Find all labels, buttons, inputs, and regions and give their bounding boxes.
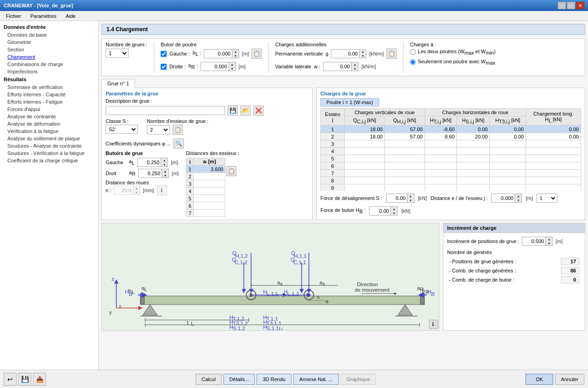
dist-row-a[interactable] [194,188,225,195]
sidebar-item-soudures-fatigue[interactable]: Soudures - Vérification à la fatigue [0,150,98,157]
force-desalign-down[interactable]: ▼ [408,198,414,202]
charge-qh[interactable] [385,170,425,177]
annuler-button[interactable]: Annuler [555,374,584,385]
butoir-d-input[interactable] [139,170,162,177]
charge-qc[interactable]: 18.00 [345,126,385,133]
charge-qc[interactable] [345,155,385,162]
perm-vert-info-btn[interactable]: 📋 [386,49,397,59]
details-button[interactable]: Détails... [224,374,255,385]
minimize-button[interactable]: ─ [558,2,566,9]
charge-hl[interactable] [526,148,581,155]
var-lat-down[interactable]: ▼ [352,67,358,71]
force-desalign-up[interactable]: ▲ [408,194,414,198]
graphique-button[interactable]: Graphique [341,374,376,385]
charge-hs[interactable] [457,155,490,162]
pos-grue-spinbox[interactable]: ▲ ▼ [522,237,553,246]
butoir-g-input[interactable] [138,159,161,166]
nb-essieux-select[interactable]: 2 [147,125,170,134]
dist-roues-info-btn[interactable]: ℹ [157,185,167,195]
charge-hs[interactable]: 0.00 [457,126,490,133]
sidebar-item-efforts-cap[interactable]: Efforts internes - Capacité [0,91,98,98]
charge-hs[interactable] [457,140,490,148]
dist-roues-up[interactable]: ▲ [133,186,140,190]
butoir-droite-down[interactable]: ▼ [229,67,235,71]
maximize-button[interactable]: □ [567,2,575,9]
desc-delete-btn[interactable]: ❌ [253,105,263,116]
ok-button[interactable]: OK [526,374,553,385]
charge-hl[interactable] [526,184,581,191]
butoir-d-up[interactable]: ▲ [162,169,168,173]
butoir-droite-spinbox[interactable]: ▲ ▼ [201,62,236,71]
force-butoir-up[interactable]: ▲ [391,207,397,211]
charge-ht3[interactable] [490,170,526,177]
sidebar-item-imperfections[interactable]: Imperfections [0,68,98,75]
dist-table-btn[interactable]: 📋 [226,166,236,176]
charge-hl[interactable]: 0.00 [526,126,581,133]
pos-grue-input[interactable] [522,238,545,244]
dist-row-a[interactable] [194,210,225,217]
sidebar-item-soudures-contrainte[interactable]: Soudures - Analyse de contrainte [0,142,98,150]
charge-qc[interactable] [345,177,385,184]
charge-ht[interactable] [425,162,457,170]
charge-ht[interactable] [425,155,457,162]
toolbar-btn-back[interactable]: ↩ [4,373,17,386]
charge-qh[interactable] [385,177,425,184]
charge-qh[interactable]: 57.00 [385,126,425,133]
butoir-droite-up[interactable]: ▲ [229,62,235,67]
dist-essieux-scroll[interactable]: i aᵢ [m] 1 2 3 4 5 6 7 [186,158,225,217]
force-butoir-input[interactable] [370,208,390,214]
radio2[interactable] [410,59,416,65]
desc-input[interactable] [106,106,225,115]
charge-qc[interactable] [345,148,385,155]
butoir-gauche-down[interactable]: ▼ [232,54,239,58]
sidebar-item-voillement[interactable]: Analyse du voillement de plaque [0,135,98,142]
force-desalign-input[interactable] [386,195,407,201]
var-lat-input[interactable] [324,63,351,70]
perm-vert-spinbox[interactable]: ▲ ▼ [331,49,366,58]
calcul-button[interactable]: Calcul [196,374,222,385]
dist-row-a[interactable] [194,166,225,173]
charge-ht[interactable] [425,148,457,155]
charge-hl[interactable] [526,140,581,148]
menu-parametres[interactable]: Paramètres [26,12,61,20]
poutre-tab[interactable]: Poutre i = 1 (W-max) [320,98,379,106]
desc-save-btn[interactable]: 💾 [228,105,238,116]
charge-hl[interactable] [526,162,581,170]
grues-select[interactable]: 1 [106,49,129,58]
sidebar-item-forces[interactable]: Forces d'appui [0,105,98,113]
sidebar-item-charge-critique[interactable]: Coefficient de la charge critique [0,157,98,164]
close-button[interactable]: ✕ [576,2,584,9]
force-desalign-spinbox[interactable]: ▲ ▼ [386,194,414,203]
pos-grue-down[interactable]: ▼ [546,241,552,245]
charge-qh[interactable] [385,155,425,162]
pos-grue-up[interactable]: ▲ [546,237,552,241]
dist-row-a[interactable] [194,180,225,188]
toolbar-btn-save[interactable]: 💾 [18,373,31,386]
charge-hl[interactable] [526,155,581,162]
butoir-gauche-input[interactable] [204,50,232,57]
charge-qh[interactable] [385,162,425,170]
menu-aide[interactable]: Aide [62,12,80,20]
dist-row-a[interactable] [194,202,225,210]
dist-e-spinbox[interactable]: ▲ ▼ [491,194,522,203]
perm-vert-up[interactable]: ▲ [359,50,366,54]
charge-ht[interactable]: 8.60 [425,133,457,140]
charge-hl[interactable]: 0.00 [526,133,581,140]
charge-ht3[interactable] [490,184,526,191]
charge-hs[interactable]: 20.00 [457,133,490,140]
charge-hs[interactable] [457,177,490,184]
charge-ht3[interactable]: 0.00 [490,126,526,133]
charge-hs[interactable] [457,162,490,170]
charge-hl[interactable] [526,170,581,177]
butoir-droite-checkbox[interactable] [161,64,167,70]
toolbar-btn-export[interactable]: 📤 [33,373,46,386]
butoir-g-up[interactable]: ▲ [161,158,168,162]
perm-vert-down[interactable]: ▼ [359,54,366,58]
butoir-gauche-up[interactable]: ▲ [232,50,239,54]
sidebar-item-combinaisons[interactable]: Combinaisons de charge [0,61,98,68]
butoir-gauche-checkbox[interactable] [161,51,167,57]
grue-tab-1[interactable]: Grue n° 1 [101,79,135,88]
essieu-select[interactable]: 1 [537,194,557,203]
charge-ht3[interactable] [490,155,526,162]
charge-qc[interactable] [345,184,385,191]
